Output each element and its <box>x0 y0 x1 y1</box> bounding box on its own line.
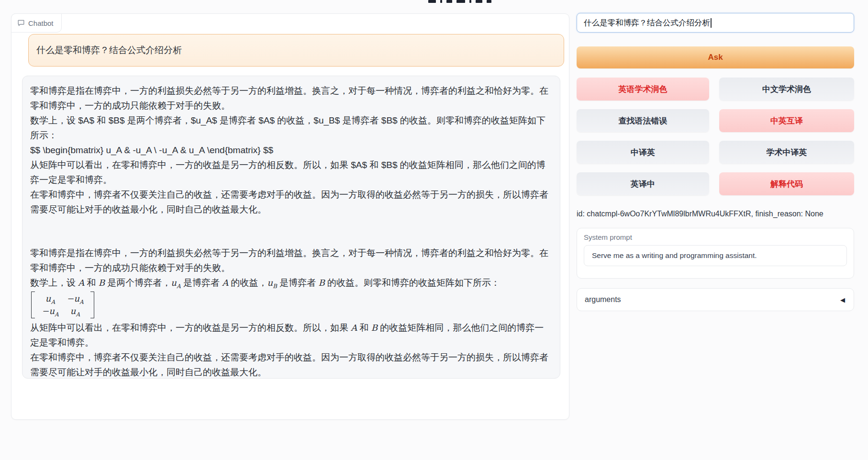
matrix-cell: uA <box>38 292 63 305</box>
bot-rendered-paragraph: 零和博弈是指在博弈中，一方的利益损失必然等于另一方的利益增益。换言之，对于每一种… <box>30 246 552 275</box>
math-var: A <box>78 278 84 288</box>
bot-raw-paragraph: 数学上，设 $A$ 和 $B$ 是两个博弈者，$u_A$ 是博弈者 $A$ 的收… <box>30 113 552 143</box>
math-var: u <box>267 278 273 288</box>
bot-raw-paragraph: 在零和博弈中，博弈者不仅要关注自己的收益，还需要考虑对手的收益。因为一方取得的收… <box>30 187 552 217</box>
bot-rendered-paragraph: 数学上，设 A 和 B 是两个博弈者，uA 是博弈者 A 的收益，uB 是博弈者… <box>30 275 552 290</box>
chatbot-panel-label: Chatbot <box>11 13 62 33</box>
quick-action-explain-code[interactable]: 解释代码 <box>719 172 854 195</box>
text-cursor <box>711 18 712 28</box>
system-prompt-group: System prompt Serve me as a writing and … <box>577 228 854 279</box>
user-message-bubble: 什么是零和博弈？结合公式介绍分析 <box>28 34 564 67</box>
matrix-cell: −uA <box>63 292 88 305</box>
matrix-cell: −uA <box>38 305 63 317</box>
message-spacer <box>30 217 552 246</box>
clipped-page-title <box>428 0 491 4</box>
accordion-collapsed-arrow-icon: ◀ <box>840 296 845 303</box>
chat-bubble-icon <box>17 19 25 27</box>
math-var: B <box>318 278 324 288</box>
quick-action-academic-zh-to-en[interactable]: 学术中译英 <box>719 141 854 164</box>
ask-button[interactable]: Ask <box>577 46 854 68</box>
matrix-left-bracket <box>31 292 35 318</box>
math-var: B <box>99 278 105 288</box>
quick-action-chinese-polish[interactable]: 中文学术润色 <box>719 78 854 101</box>
math-var: A <box>222 278 228 288</box>
chatbot-panel-label-text: Chatbot <box>28 19 54 27</box>
response-status-line: id: chatcmpl-6wOo7KrYTwMl89lbrMWRu4UkFFX… <box>577 210 854 218</box>
math-var: B <box>371 323 378 333</box>
quick-action-zh-to-en[interactable]: 中译英 <box>577 141 709 164</box>
user-message-text: 什么是零和博弈？结合公式介绍分析 <box>36 44 182 56</box>
bot-message-bubble: 零和博弈是指在博弈中，一方的利益损失必然等于另一方的利益增益。换言之，对于每一种… <box>22 76 560 379</box>
matrix-cell: uA <box>63 305 88 317</box>
bot-raw-paragraph: 零和博弈是指在博弈中，一方的利益损失必然等于另一方的利益增益。换言之，对于每一种… <box>30 83 552 113</box>
system-prompt-label: System prompt <box>584 233 847 241</box>
quick-action-en-to-zh[interactable]: 英译中 <box>577 172 709 195</box>
system-prompt-input[interactable]: Serve me as a writing and programming as… <box>584 245 847 266</box>
quick-action-zh-en-mutual-translate[interactable]: 中英互译 <box>719 109 854 132</box>
app-window: Chatbot 什么是零和博弈？结合公式介绍分析 零和博弈是指在博弈中，一方的利… <box>0 0 868 460</box>
bot-rendered-paragraph: 从矩阵中可以看出，在零和博弈中，一方的收益是另一方的相反数。所以，如果 A 和 … <box>30 320 552 350</box>
arguments-accordion[interactable]: arguments ◀ <box>577 288 854 311</box>
matrix-right-bracket <box>90 292 94 318</box>
math-var: u <box>171 278 177 288</box>
arguments-accordion-label: arguments <box>585 295 621 304</box>
chatbot-panel: Chatbot 什么是零和博弈？结合公式介绍分析 零和博弈是指在博弈中，一方的利… <box>11 13 569 420</box>
quick-action-english-polish[interactable]: 英语学术润色 <box>577 78 709 101</box>
system-prompt-value: Serve me as a writing and programming as… <box>592 251 757 260</box>
question-input[interactable]: 什么是零和博弈？结合公式介绍分析 <box>577 13 854 33</box>
quick-action-grid: 英语学术润色 中文学术润色 查找语法错误 中英互译 中译英 学术中译英 英译中 … <box>577 78 854 195</box>
bot-raw-latex-line: $$ \begin{bmatrix} u_A & -u_A \ -u_A & u… <box>30 143 552 157</box>
question-input-value: 什么是零和博弈？结合公式介绍分析 <box>584 18 710 28</box>
math-var: A <box>351 323 357 333</box>
payoff-matrix: uA −uA −uA uA <box>31 292 552 318</box>
bot-rendered-paragraph: 在零和博弈中，博弈者不仅要关注自己的收益，还需要考虑对手的收益。因为一方取得的收… <box>30 350 552 380</box>
quick-action-find-grammar-errors[interactable]: 查找语法错误 <box>577 109 709 132</box>
bot-raw-paragraph: 从矩阵中可以看出，在零和博弈中，一方的收益是另一方的相反数。所以，如果 $A$ … <box>30 157 552 187</box>
